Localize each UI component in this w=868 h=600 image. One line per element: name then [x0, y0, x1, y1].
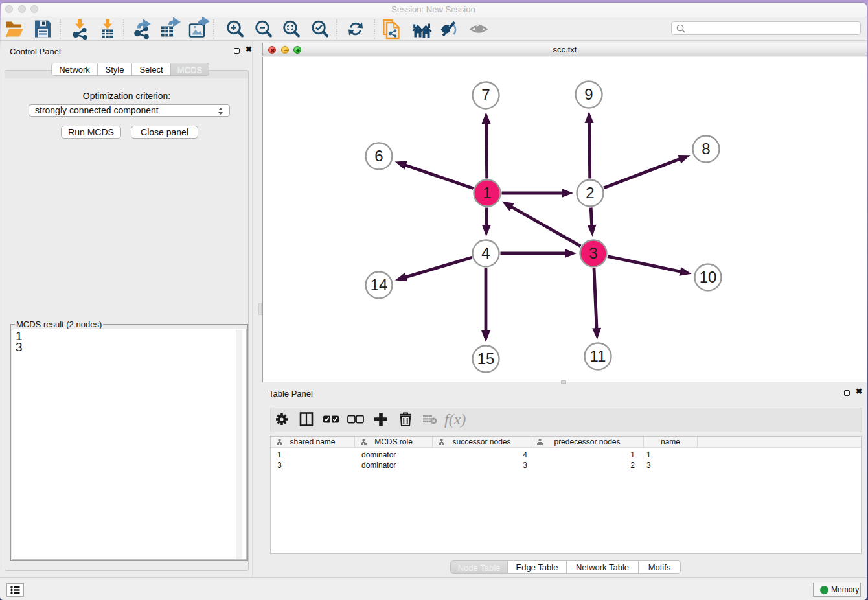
svg-text:4: 4 — [481, 244, 490, 262]
svg-text:10: 10 — [700, 268, 717, 286]
svg-text:15: 15 — [477, 350, 495, 367]
svg-text:11: 11 — [590, 347, 606, 365]
svg-text:8: 8 — [702, 140, 710, 157]
svg-text:1: 1 — [483, 184, 491, 202]
svg-text:3: 3 — [589, 244, 597, 262]
svg-text:6: 6 — [374, 147, 383, 165]
svg-text:9: 9 — [584, 86, 593, 103]
svg-text:7: 7 — [481, 86, 490, 104]
svg-text:2: 2 — [586, 184, 594, 202]
svg-text:f(x): f(x) — [444, 411, 466, 428]
svg-text:14: 14 — [371, 276, 388, 294]
